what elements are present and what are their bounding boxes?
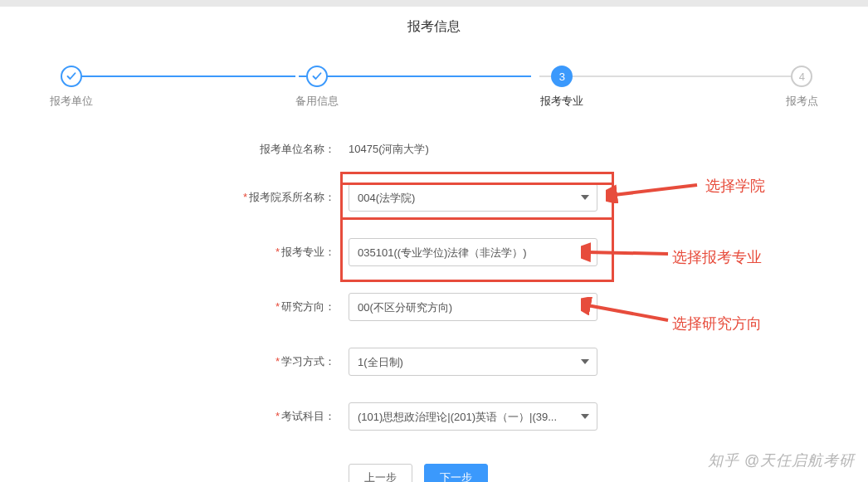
step-label: 报考单位	[50, 94, 93, 109]
step-label: 备用信息	[295, 94, 339, 109]
watermark: 知乎 @天任启航考研	[708, 450, 855, 470]
label-unit-name: 报考单位名称：	[216, 142, 349, 157]
step-label: 报考专业	[540, 94, 583, 109]
check-icon	[61, 66, 82, 87]
window-chrome	[0, 0, 868, 7]
label-major: *报考专业：	[216, 245, 349, 260]
value-unit-name: 10475(河南大学)	[349, 142, 429, 157]
step-unit: 报考单位	[50, 66, 93, 109]
row-subjects: *考试科目： (101)思想政治理论|(201)英语（一）|(39...	[216, 402, 685, 431]
step-site: 4 报考点	[786, 66, 818, 109]
check-icon	[306, 66, 328, 87]
annotation-text: 选择报考专业	[672, 247, 762, 267]
label-subjects: *考试科目：	[216, 409, 349, 424]
select-dept-wrap: 004(法学院)	[349, 183, 597, 212]
label-direction: *研究方向：	[216, 299, 349, 314]
step-number: 3	[551, 66, 573, 87]
step-major: 3 报考专业	[540, 66, 583, 109]
button-row: 上一步 下一步	[349, 457, 685, 482]
row-major: *报考专业： 035101((专业学位)法律（非法学）)	[216, 238, 685, 266]
stepper: 报考单位 备用信息 3 报考专业 4 报考点	[50, 66, 818, 109]
step-backup: 备用信息	[295, 66, 339, 109]
label-dept: *报考院系所名称：	[216, 190, 349, 205]
row-direction: *研究方向： 00(不区分研究方向)	[216, 293, 685, 321]
select-major-wrap: 035101((专业学位)法律（非法学）)	[349, 238, 597, 266]
select-direction-wrap: 00(不区分研究方向)	[349, 293, 597, 321]
next-button[interactable]: 下一步	[424, 464, 488, 482]
step-line-1	[71, 75, 295, 77]
select-mode-wrap: 1(全日制)	[349, 348, 597, 376]
select-subjects-wrap: (101)思想政治理论|(201)英语（一）|(39...	[349, 402, 597, 431]
label-mode: *学习方式：	[216, 354, 349, 369]
select-dept[interactable]: 004(法学院)	[349, 183, 597, 212]
step-number: 4	[791, 66, 812, 87]
row-unit-name: 报考单位名称： 10475(河南大学)	[216, 142, 685, 157]
annotation-text: 选择学院	[705, 176, 765, 196]
page-title: 报考信息	[0, 7, 868, 41]
form: 报考单位名称： 10475(河南大学) *报考院系所名称： 004(法学院) *…	[50, 142, 818, 482]
row-dept: *报考院系所名称： 004(法学院)	[216, 183, 685, 212]
select-subjects[interactable]: (101)思想政治理论|(201)英语（一）|(39...	[349, 402, 597, 431]
row-mode: *学习方式： 1(全日制)	[216, 348, 685, 376]
step-label: 报考点	[786, 94, 818, 109]
select-major[interactable]: 035101((专业学位)法律（非法学）)	[349, 238, 597, 266]
select-direction[interactable]: 00(不区分研究方向)	[349, 293, 597, 321]
prev-button[interactable]: 上一步	[349, 464, 412, 482]
select-mode[interactable]: 1(全日制)	[349, 348, 597, 376]
annotation-text: 选择研究方向	[672, 314, 762, 334]
